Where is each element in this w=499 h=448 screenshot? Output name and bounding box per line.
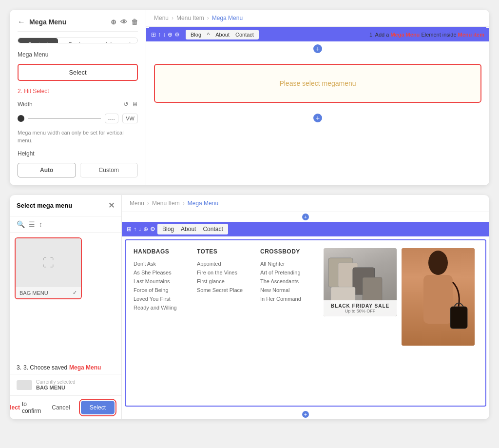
sidebar-header: ← Mega Menu ⊕ 👁 🗑 [18,18,138,32]
prev-down-icon[interactable]: ↓ [138,226,141,233]
sidebar-title: Mega Menu [29,18,66,26]
crossbody-col: CROSSBODY All Nighter Art of Pretending … [260,248,314,398]
crumb-menu-b[interactable]: Menu [130,200,144,207]
trash-icon[interactable]: 🗑 [131,18,138,26]
crumb-mega-b[interactable]: Mega Menu [188,200,218,207]
sep-b1: › [147,200,149,207]
crumb-menu-item[interactable]: Menu Item [176,15,204,21]
bottom-blue-dot[interactable]: + [302,411,309,418]
sort-icon[interactable]: ↕ [39,220,42,228]
add-circle-bottom[interactable]: + [313,114,322,122]
grid-icon[interactable]: ⊞ [151,31,156,38]
height-toggle-row: Auto Custom [18,163,138,177]
totes-item-2[interactable]: First glance [197,278,250,284]
preview-toolbar: ⊞ ↑ ↓ ⊕ ⚙ Blog About Contact [122,222,489,236]
height-auto-btn[interactable]: Auto [18,163,76,177]
totes-item-1[interactable]: Fire on the Vines [197,270,250,275]
totes-item-3[interactable]: Some Secret Place [197,287,250,293]
editor-area-top: ⊞ ↑ ↓ ⊕ ⚙ Blog ^ About Contact [146,27,489,185]
select-sidebar-title: Select mega menu [17,202,72,209]
nav-contact: Contact [235,32,254,38]
menu-images: BLACK FRIDAY SALE Up to 50% OFF [324,248,478,398]
image-placeholder-icon: ⛶ [42,256,54,270]
handbags-col: HANDBAGS Don't Ask As She Pleases Last M… [134,248,187,398]
width-dash: ---- [105,114,119,123]
handbags-item-3[interactable]: Force of Being [134,287,187,293]
handbags-item-4[interactable]: Loved You First [134,296,187,302]
select-sidebar-tools: 🔍 ☰ ↕ [10,216,121,233]
crumb-menu[interactable]: Menu [154,15,169,21]
search-icon[interactable]: 🔍 [17,220,25,228]
slider-handle[interactable] [18,115,24,122]
svg-rect-7 [450,307,467,329]
width-unit[interactable]: VW [122,114,138,123]
totes-item-0[interactable]: Appointed [197,261,250,267]
prev-nav-blog: Blog [162,226,174,233]
sale-title: BLACK FRIDAY SALE [328,303,392,309]
crossbody-item-0[interactable]: All Nighter [260,261,314,267]
sep-b2: › [183,200,185,207]
sale-badge: BLACK FRIDAY SALE Up to 50% OFF [324,300,397,316]
eye-icon[interactable]: 👁 [120,18,127,26]
filter-icon[interactable]: ☰ [29,220,35,228]
prev-grid-icon[interactable]: ⊞ [127,226,132,233]
tab-advanced[interactable]: Advanced [97,38,137,43]
crumb-item-b[interactable]: Menu Item [152,200,180,207]
plus-icon[interactable]: ⊕ [111,18,116,26]
toolbar-icons: ⊞ ↑ ↓ ⊕ ⚙ [151,31,180,38]
up-icon[interactable]: ↑ [158,31,161,38]
height-custom-btn[interactable]: Custom [80,163,138,177]
handbags-header: HANDBAGS [134,248,187,255]
selected-name: BAG MENU [36,385,76,390]
add-circle-top[interactable]: + [313,44,322,53]
handbags-item-1[interactable]: As She Pleases [134,270,187,275]
breadcrumb-top: Menu › Menu Item › Mega Menu [146,10,489,27]
crossbody-item-4[interactable]: In Her Command [260,296,314,302]
step3-annotation: 3. 3. Choose saved Mega Menu [10,360,121,374]
add-row-top: + [146,41,489,56]
width-control-row: ---- VW [18,114,138,123]
width-slider[interactable] [28,118,101,119]
top-card: ← Mega Menu ⊕ 👁 🗑 Content Design Advance… [10,10,489,185]
crumb-mega-menu[interactable]: Mega Menu [212,15,243,21]
settings-icon[interactable]: ⚙ [174,31,180,38]
step4-suffix: to confirm [22,401,41,414]
select-sidebar-header: Select mega menu ✕ [10,195,121,216]
desktop-icon[interactable]: 🖥 [132,100,138,108]
cancel-button[interactable]: Cancel [46,401,76,414]
action-row: 4. 4. Hit Select to confirm Cancel Selec… [10,395,121,419]
step4-annotation: 4. 4. Hit Select to confirm [10,401,41,414]
tab-design[interactable]: Design [58,38,98,43]
nav-blog: Blog [191,32,201,38]
mega-menu-select-box[interactable]: Select [18,64,138,81]
sidebar-panel: ← Mega Menu ⊕ 👁 🗑 Content Design Advance… [10,10,146,185]
crossbody-item-2[interactable]: The Ascendants [260,278,314,284]
prev-copy-icon[interactable]: ⊕ [143,226,148,233]
prev-up-icon[interactable]: ↑ [134,226,136,233]
select-confirm-button[interactable]: Select [81,401,115,414]
breadcrumb-bottom: Menu › Menu Item › Mega Menu [122,195,489,212]
reset-icon[interactable]: ↺ [123,100,129,108]
crossbody-item-3[interactable]: New Normal [260,287,314,293]
prev-settings-icon[interactable]: ⚙ [150,226,155,233]
copy-icon[interactable]: ⊕ [168,31,173,38]
handbags-item-2[interactable]: Last Mountains [134,278,187,284]
tab-content[interactable]: Content [18,38,58,43]
close-icon[interactable]: ✕ [108,201,115,210]
handbags-item-0[interactable]: Don't Ask [134,261,187,267]
totes-col: TOTES Appointed Fire on the Vines First … [197,248,250,398]
product-image-1: BLACK FRIDAY SALE Up to 50% OFF [324,248,397,316]
top-blue-dot[interactable]: + [302,214,309,220]
handbags-item-5[interactable]: Ready and Willing [134,305,187,311]
toolbar-strip-top: ⊞ ↑ ↓ ⊕ ⚙ Blog ^ About Contact [146,28,489,41]
down-icon[interactable]: ↓ [163,31,166,38]
select-label: Select [69,69,86,76]
currently-selected-label: Currently selected [36,379,76,385]
bag-menu-card[interactable]: ⛶ BAG MENU ✓ [15,237,82,299]
back-arrow-icon[interactable]: ← [18,18,25,26]
main-wrapper: ← Mega Menu ⊕ 👁 🗑 Content Design Advance… [10,10,489,419]
preview-nav: Blog About Contact [157,224,228,234]
step3-text: 3. Choose saved [23,364,67,371]
crossbody-item-1[interactable]: Art of Pretending [260,270,314,275]
width-icons: ↺ 🖥 [123,100,138,108]
